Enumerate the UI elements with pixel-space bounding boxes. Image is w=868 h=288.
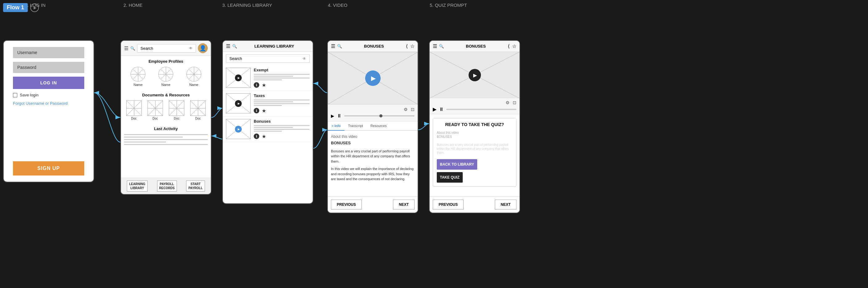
exempt-lines bbox=[254, 74, 310, 80]
tab-resources[interactable]: Resources bbox=[367, 121, 391, 130]
line4 bbox=[254, 79, 282, 80]
save-login-row: Save login bbox=[13, 93, 84, 97]
home-header: ☰ 🔍 Search 👁 👤 bbox=[121, 41, 211, 56]
screen1-login: Username Password LOG IN Save login Forg… bbox=[3, 40, 94, 182]
menu-icon[interactable]: ☰ bbox=[124, 46, 128, 51]
line4 bbox=[254, 105, 282, 106]
controls-row1: ⚙ ⊡ bbox=[331, 107, 414, 112]
share-icon-5[interactable]: ⟨ bbox=[508, 43, 509, 49]
doc-box-3[interactable] bbox=[169, 100, 184, 116]
payroll-records-btn[interactable]: PAYROLLRECORDS bbox=[157, 180, 177, 192]
profile-avatar-1[interactable] bbox=[130, 67, 145, 82]
profile-name-1: Name bbox=[133, 83, 142, 87]
star-icon-4[interactable]: ☆ bbox=[410, 43, 414, 49]
taxes-thumbnail[interactable] bbox=[226, 93, 251, 113]
forgot-link[interactable]: Forgot Username or Password bbox=[13, 101, 84, 106]
profile-name-2: Name bbox=[161, 83, 170, 87]
taxes-star-icon[interactable]: ★ bbox=[262, 108, 266, 114]
flow-play-button[interactable] bbox=[30, 3, 39, 12]
quiz-video-play-button[interactable] bbox=[469, 69, 481, 81]
password-input[interactable]: Password bbox=[13, 62, 84, 73]
exempt-info-icon[interactable]: ℹ bbox=[254, 82, 259, 88]
back-to-library-button[interactable]: BACK TO LIBRARY bbox=[437, 159, 477, 170]
star-icon-5[interactable]: ☆ bbox=[512, 43, 517, 49]
video-player[interactable] bbox=[328, 52, 417, 105]
video-play-button[interactable] bbox=[365, 70, 381, 86]
line3 bbox=[254, 78, 310, 79]
flow-badge[interactable]: Flow 1 bbox=[3, 3, 28, 12]
settings-icon[interactable]: ⚙ bbox=[404, 107, 408, 112]
line1 bbox=[254, 125, 310, 126]
line2 bbox=[254, 76, 293, 77]
library-search-bar[interactable]: Search 👁 bbox=[226, 54, 310, 63]
quiz-video-player[interactable] bbox=[430, 52, 520, 98]
start-payroll-btn[interactable]: STARTPAYROLL bbox=[186, 180, 205, 192]
doc-name-4: Doc bbox=[195, 117, 200, 120]
bonuses-info-icon[interactable]: ℹ bbox=[254, 134, 259, 139]
tab-transcript[interactable]: Transcript bbox=[344, 121, 367, 130]
username-input[interactable]: Username bbox=[13, 47, 84, 58]
exempt-play-btn[interactable] bbox=[235, 75, 242, 81]
library-item-taxes: Taxes ℹ ★ bbox=[223, 91, 313, 116]
doc-box-1[interactable] bbox=[126, 100, 142, 116]
quiz-footer: PREVIOUS NEXT bbox=[430, 196, 520, 212]
search-icon-4: 🔍 bbox=[337, 44, 342, 49]
quiz-controls-row1: ⚙ ⊡ bbox=[433, 100, 517, 105]
take-quiz-button[interactable]: TAKE QUIZ bbox=[437, 172, 463, 183]
progress-bar[interactable] bbox=[344, 115, 414, 116]
exempt-icons: ℹ ★ bbox=[254, 82, 310, 88]
library-search-placeholder: Search bbox=[229, 56, 242, 61]
home-search-bar[interactable]: Search 👁 bbox=[137, 44, 196, 53]
step3-label: 3. LEARNING LIBRARY bbox=[222, 2, 272, 8]
taxes-info-icon[interactable]: ℹ bbox=[254, 108, 259, 113]
profile-avatar-3[interactable] bbox=[186, 67, 201, 82]
video-title-label: BONUSES bbox=[344, 44, 404, 49]
doc-1: Doc bbox=[124, 100, 144, 120]
menu-icon-5[interactable]: ☰ bbox=[433, 43, 437, 49]
exempt-star-icon[interactable]: ★ bbox=[262, 82, 266, 88]
quiz-captions-icon[interactable]: ⊡ bbox=[513, 100, 517, 105]
menu-icon-4[interactable]: ☰ bbox=[331, 43, 335, 49]
video-desc-2: In this video we will explain the import… bbox=[331, 166, 414, 182]
next-button[interactable]: NEXT bbox=[393, 200, 414, 209]
play-icon[interactable]: ▶ bbox=[331, 113, 334, 118]
quiz-play-icon[interactable]: ▶ bbox=[433, 106, 436, 112]
doc-box-4[interactable] bbox=[190, 100, 206, 116]
profile-3: Name bbox=[186, 67, 201, 87]
menu-icon-3[interactable]: ☰ bbox=[226, 43, 230, 49]
quiz-previous-button[interactable]: PREVIOUS bbox=[433, 200, 464, 209]
taxes-play-btn[interactable] bbox=[235, 100, 242, 107]
share-icon-4[interactable]: ⟨ bbox=[406, 43, 408, 49]
profile-avatar-2[interactable] bbox=[158, 67, 173, 82]
doc-name-3: Doc bbox=[174, 117, 179, 120]
bonuses-thumbnail[interactable] bbox=[226, 119, 251, 139]
quiz-progress-bar[interactable] bbox=[446, 109, 517, 110]
signup-button[interactable]: SIGN UP bbox=[13, 161, 84, 175]
bonuses-star-icon[interactable]: ★ bbox=[262, 134, 266, 139]
bonuses-play-btn[interactable] bbox=[235, 126, 242, 133]
tab-info[interactable]: ≡ Info bbox=[328, 121, 344, 131]
captions-icon[interactable]: ⊡ bbox=[411, 107, 414, 112]
pause-icon[interactable]: ⏸ bbox=[337, 113, 342, 119]
eye-icon: 👁 bbox=[189, 46, 193, 50]
doc-2: Doc bbox=[145, 100, 165, 120]
save-login-checkbox[interactable] bbox=[13, 93, 17, 97]
quiz-controls-row2: ▶ ⏸ bbox=[433, 106, 517, 112]
user-avatar[interactable]: 👤 bbox=[198, 43, 208, 53]
taxes-icons: ℹ ★ bbox=[254, 108, 310, 114]
video-header-icons: ⟨ ☆ bbox=[406, 43, 414, 49]
profile-2: Name bbox=[158, 67, 173, 87]
employee-profiles: Name Name Name bbox=[121, 65, 211, 90]
previous-button[interactable]: PREVIOUS bbox=[331, 200, 362, 209]
quiz-next-button[interactable]: NEXT bbox=[495, 200, 517, 209]
exempt-thumbnail[interactable] bbox=[226, 68, 251, 88]
doc-box-2[interactable] bbox=[148, 100, 163, 116]
login-button[interactable]: LOG IN bbox=[13, 77, 84, 89]
search-placeholder: Search bbox=[141, 46, 153, 51]
learning-library-btn[interactable]: LEARNINGLIBRARY bbox=[127, 180, 147, 192]
quiz-pause-icon[interactable]: ⏸ bbox=[439, 107, 444, 112]
line2 bbox=[254, 127, 293, 128]
eye-icon-3: 👁 bbox=[303, 57, 306, 61]
activity-section-title: Last Activity bbox=[121, 123, 211, 133]
quiz-settings-icon[interactable]: ⚙ bbox=[506, 100, 509, 105]
